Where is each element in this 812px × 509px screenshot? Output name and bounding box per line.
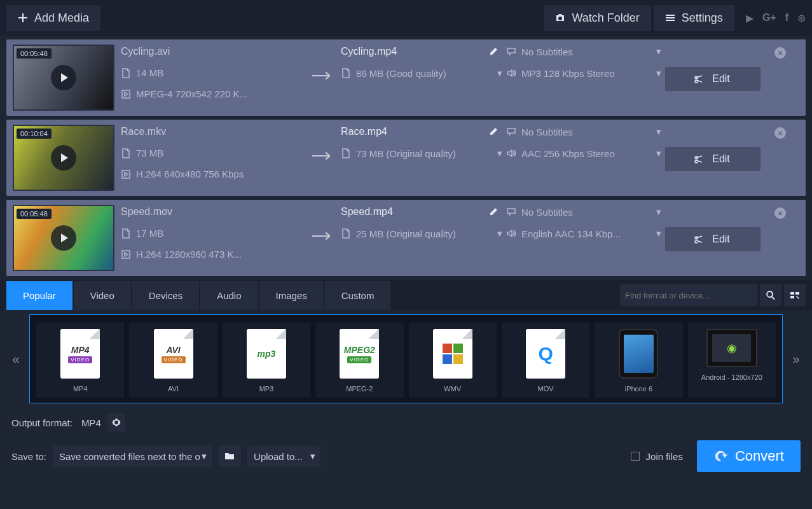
gear-icon [111,417,121,428]
folder-icon [224,451,235,461]
watch-folder-button[interactable]: Watch Folder [544,5,650,31]
preset-label: MOV [538,385,554,393]
audio-dropdown[interactable]: AAC 256 Kbps Stereo▾ [506,148,665,159]
tab-audio[interactable]: Audio [200,281,258,310]
video-thumbnail[interactable]: 00:05:48 [13,205,114,271]
google-plus-icon[interactable]: G+ [762,12,776,24]
output-size-dropdown[interactable]: 86 MB (Good quality)▾ [341,67,506,79]
menu-icon [665,13,675,23]
preset-prev-button[interactable]: « [6,352,25,366]
speaker-icon [506,68,516,78]
edit-button[interactable]: Edit [665,67,760,91]
video-thumbnail[interactable]: 00:10:04 [13,125,114,191]
preset-avi[interactable]: AVI VIDEO AVI [129,323,217,398]
chevron-down-icon: ▾ [656,228,661,239]
preset-strip: MP4 VIDEO MP4 AVI VIDEO AVI mp3 MP3 MPEG… [29,314,783,403]
tab-video[interactable]: Video [74,281,131,310]
arrow-right-icon [312,150,334,164]
preset-mp3[interactable]: mp3 MP3 [223,323,310,398]
speaker-icon [506,228,516,239]
pencil-icon[interactable] [488,127,499,137]
audio-dropdown[interactable]: English AAC 134 Kbp...▾ [506,228,665,239]
add-media-button[interactable]: Add Media [6,5,100,31]
search-button[interactable] [760,284,781,306]
preset-row: « MP4 VIDEO MP4 AVI VIDEO AVI mp3 MP3 MP… [0,310,812,407]
browse-folder-button[interactable] [218,445,241,467]
play-icon[interactable] [51,225,76,251]
audio-value: English AAC 134 Kbp... [521,228,621,239]
top-toolbar: Add Media Watch Folder Settings ▶ G+ f ⊛ [0,0,812,36]
edit-label: Edit [712,153,730,165]
source-column: Cycling.avi 14 MB MPEG-4 720x542 220 K..… [121,45,305,99]
bottom-bar: Output format: MP4 Save to: Save convert… [0,407,812,481]
file-icon [121,68,131,78]
preset-label: iPhone 6 [625,385,652,393]
tab-popular[interactable]: Popular [6,281,72,310]
preset-mpeg-2[interactable]: MPEG2 VIDEO MPEG-2 [315,323,403,398]
tab-devices[interactable]: Devices [132,281,199,310]
subtitles-dropdown[interactable]: No Subtitles▾ [506,206,665,218]
source-filename: Race.mkv [121,126,305,137]
audio-dropdown[interactable]: MP3 128 Kbps Stereo▾ [506,67,665,79]
remove-file-button[interactable] [774,47,786,59]
file-type-icon: MPEG2 VIDEO [340,329,379,379]
preset-mp4[interactable]: MP4 VIDEO MP4 [36,323,124,398]
output-size-dropdown[interactable]: 73 MB (Original quality)▾ [341,148,506,159]
settings-label: Settings [682,11,723,25]
preset-label: WMV [444,385,461,393]
source-filename: Speed.mov [121,206,305,218]
output-format-value: MP4 [81,417,101,428]
pencil-icon[interactable] [488,46,499,57]
tab-custom[interactable]: Custom [325,281,391,310]
remove-file-button[interactable] [774,127,786,139]
file-row[interactable]: 00:05:48 Cycling.avi 14 MB MPEG-4 720x54… [6,39,806,116]
search-icon [766,290,776,300]
join-files-checkbox[interactable] [631,452,640,461]
subtitle-audio-column: No Subtitles▾ MP3 128 Kbps Stereo▾ [506,45,665,79]
preset-iphone-6[interactable]: iPhone 6 [595,323,682,398]
subtitles-dropdown[interactable]: No Subtitles▾ [506,46,665,57]
upload-to-label: Upload to... [254,451,303,462]
edit-label: Edit [712,73,730,85]
chevron-down-icon: ▾ [310,450,315,462]
settings-button[interactable]: Settings [654,5,734,31]
subtitles-value: No Subtitles [521,127,573,137]
chevron-down-icon: ▾ [656,206,661,218]
video-codec-icon [121,249,131,260]
file-type-icon: AVI VIDEO [154,329,193,379]
preset-label: MP4 [73,385,88,393]
save-to-dropdown[interactable]: Save converted files next to the o ▾ [53,446,212,467]
preset-wmv[interactable]: WMV [409,323,497,398]
preset-android---1280x720[interactable]: ◉Android - 1280x720 [688,323,776,398]
source-codec: H.264 1280x960 473 K... [136,249,242,260]
video-thumbnail[interactable]: 00:05:48 [13,45,114,111]
search-wrapper [620,284,757,306]
preset-mov[interactable]: QMOV [502,323,589,398]
file-row[interactable]: 00:05:48 Speed.mov 17 MB H.264 1280x960 … [6,200,806,276]
source-codec: MPEG-4 720x542 220 K... [136,88,247,99]
upload-to-dropdown[interactable]: Upload to... ▾ [247,446,320,467]
pencil-icon[interactable] [488,207,499,217]
group-view-button[interactable] [784,284,806,306]
duration-badge: 00:10:04 [17,129,52,139]
youtube-icon[interactable]: ▶ [746,12,754,24]
subtitles-dropdown[interactable]: No Subtitles▾ [506,126,665,137]
file-type-icon [433,329,472,379]
subtitles-value: No Subtitles [521,46,573,57]
edit-button[interactable]: Edit [665,227,760,251]
convert-button[interactable]: Convert [697,440,801,472]
play-icon[interactable] [51,65,76,90]
search-input[interactable] [625,291,752,300]
output-size-dropdown[interactable]: 25 MB (Original quality)▾ [341,228,506,239]
help-icon[interactable]: ⊛ [797,12,806,24]
preset-next-button[interactable]: » [787,352,806,366]
edit-button[interactable]: Edit [665,147,760,171]
remove-file-button[interactable] [774,207,786,219]
video-codec-icon [121,169,131,179]
video-codec-icon [121,89,131,99]
file-row[interactable]: 00:10:04 Race.mkv 73 MB H.264 640x480 75… [6,120,806,196]
output-format-settings-button[interactable] [107,414,125,431]
tab-images[interactable]: Images [259,281,324,310]
facebook-icon[interactable]: f [785,12,788,24]
play-icon[interactable] [51,145,76,171]
